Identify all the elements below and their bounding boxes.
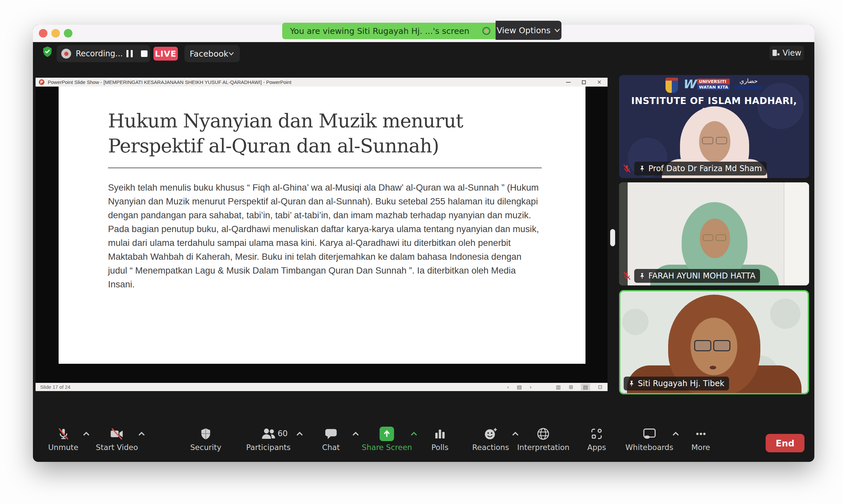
muted-mic-icon (622, 271, 632, 281)
normal-view-icon[interactable]: ▥ (556, 384, 561, 390)
view-layout-button[interactable]: View (770, 46, 804, 60)
chat-options-chevron[interactable] (352, 431, 360, 438)
live-stream-destination-dropdown[interactable]: Facebook (184, 45, 240, 62)
slide-number-indicator: Slide 17 of 24 (40, 384, 70, 390)
ppt-close-icon[interactable]: × (597, 79, 602, 85)
polls-bar-chart-icon (433, 427, 447, 440)
apps-button[interactable]: Apps (588, 427, 606, 452)
recording-dot-icon (61, 49, 71, 59)
minimize-window-button[interactable] (51, 29, 60, 38)
slide-sorter-view-icon[interactable]: ⊞ (569, 384, 573, 390)
participants-options-chevron[interactable] (296, 431, 304, 438)
chat-button[interactable]: Chat (322, 427, 340, 452)
more-button[interactable]: More (691, 427, 710, 452)
universiti-watan-kita-logo: W (683, 78, 696, 91)
whiteboards-button[interactable]: Whiteboards (625, 427, 673, 452)
view-label: View (783, 48, 802, 58)
background-wall (784, 182, 809, 285)
pause-recording-button[interactable] (126, 50, 133, 57)
slide-title-divider (108, 167, 542, 168)
video-options-chevron[interactable] (138, 431, 146, 438)
video-tile-siti-rugayah-active-speaker[interactable]: Siti Rugayah Hj. Tibek (619, 290, 809, 394)
security-shield-icon (200, 427, 212, 440)
participants-icon (261, 427, 276, 440)
stream-destination-label: Facebook (190, 49, 228, 59)
close-window-button[interactable] (39, 29, 48, 38)
recording-status-pill: Recording... (57, 45, 150, 62)
interpretation-globe-icon (536, 427, 550, 441)
hadhari-arabic-logo: حضاري (740, 78, 758, 84)
pin-icon (639, 273, 645, 279)
audio-options-chevron[interactable] (82, 431, 90, 438)
reactions-smiley-icon (484, 427, 498, 441)
live-badge: LIVE (154, 47, 178, 60)
pin-icon (639, 165, 645, 172)
desktop: You are viewing Siti Rugayah Hj. ...'s s… (0, 0, 843, 504)
camera-off-icon (109, 427, 124, 440)
slide-menu-icon[interactable]: ▤ (517, 384, 522, 390)
stop-recording-button[interactable] (141, 50, 147, 57)
shared-powerpoint-window: P PowerPoint Slide Show - [MEMPERINGATI … (36, 78, 608, 391)
reading-view-icon[interactable]: ▤ (581, 383, 590, 391)
participant-name: Siti Rugayah Hj. Tibek (638, 379, 724, 388)
unmute-button[interactable]: Unmute (48, 427, 78, 452)
sidebar-resize-handle[interactable] (610, 229, 615, 246)
view-options-button[interactable]: View Options (496, 21, 561, 40)
video-tile-fariza[interactable]: W UNIVERSITI WATAN KITA حضاري INSTITUTE … (619, 75, 809, 178)
video-tile-farah[interactable]: FARAH AYUNI MOHD HATTA (619, 182, 809, 285)
whiteboard-icon (642, 427, 657, 440)
participant-name-badge: FARAH AYUNI MOHD HATTA (634, 269, 760, 283)
slide-title: Hukum Nyanyian dan Muzik menurut Perspek… (108, 108, 542, 158)
share-screen-icon (380, 427, 394, 441)
university-logos: W UNIVERSITI WATAN KITA حضاري (619, 78, 809, 93)
share-recording-indicator-icon (482, 27, 490, 35)
previous-slide-icon[interactable]: ‹ (507, 384, 509, 390)
slide-canvas: Hukum Nyanyian dan Muzik menurut Perspek… (59, 87, 586, 364)
institute-banner-bar (734, 85, 763, 89)
chevron-down-icon (554, 28, 560, 33)
meeting-security-shield-icon (41, 46, 53, 58)
view-layout-icon (772, 49, 779, 57)
polls-button[interactable]: Polls (431, 427, 449, 452)
reactions-button[interactable]: Reactions (472, 427, 509, 452)
chat-bubble-icon (324, 427, 338, 440)
slideshow-view-icon[interactable]: ⊡ (598, 384, 602, 390)
powerpoint-app-icon: P (39, 79, 44, 85)
next-slide-icon[interactable]: › (530, 384, 532, 390)
apps-icon (590, 427, 603, 440)
recording-label: Recording... (76, 49, 123, 58)
screen-share-banner: You are viewing Siti Rugayah Hj. ...'s s… (282, 23, 496, 39)
powerpoint-status-bar: Slide 17 of 24 ‹ ▤ › ▥ ⊞ ▤ ⊡ (36, 383, 608, 391)
mic-muted-icon (57, 427, 70, 440)
end-meeting-button[interactable]: End (766, 434, 805, 452)
screen-share-banner-text: You are viewing Siti Rugayah Hj. ...'s s… (290, 26, 488, 36)
share-screen-button[interactable]: Share Screen (362, 427, 412, 452)
ukm-crest-icon (665, 78, 678, 93)
powerpoint-title-text: PowerPoint Slide Show - [MEMPERINGATI KE… (48, 79, 291, 85)
participants-count: 60 (277, 429, 288, 438)
powerpoint-titlebar: P PowerPoint Slide Show - [MEMPERINGATI … (36, 78, 608, 87)
more-dots-icon (694, 427, 707, 440)
start-video-button[interactable]: Start Video (96, 427, 138, 452)
muted-mic-icon (622, 164, 632, 173)
pin-icon (628, 380, 635, 387)
participant-name: Prof Dato Dr Fariza Md Sham (648, 164, 762, 173)
ppt-minimize-icon[interactable] (566, 82, 571, 83)
participant-name-badge: Siti Rugayah Hj. Tibek (624, 377, 729, 391)
participant-name: FARAH AYUNI MOHD HATTA (648, 271, 755, 281)
whiteboards-options-chevron[interactable] (672, 431, 680, 438)
fullscreen-window-button[interactable] (64, 29, 72, 38)
share-options-chevron[interactable] (410, 431, 418, 438)
slide-body-text: Syeikh telah menulis buku khusus “ Fiqh … (108, 181, 542, 291)
security-button[interactable]: Security (190, 427, 221, 452)
ppt-restore-icon[interactable] (582, 80, 586, 84)
view-options-label: View Options (497, 26, 551, 35)
chevron-down-icon (228, 51, 234, 56)
interpretation-button[interactable]: Interpretation (517, 427, 570, 452)
participant-name-badge: Prof Dato Dr Fariza Md Sham (634, 162, 767, 176)
